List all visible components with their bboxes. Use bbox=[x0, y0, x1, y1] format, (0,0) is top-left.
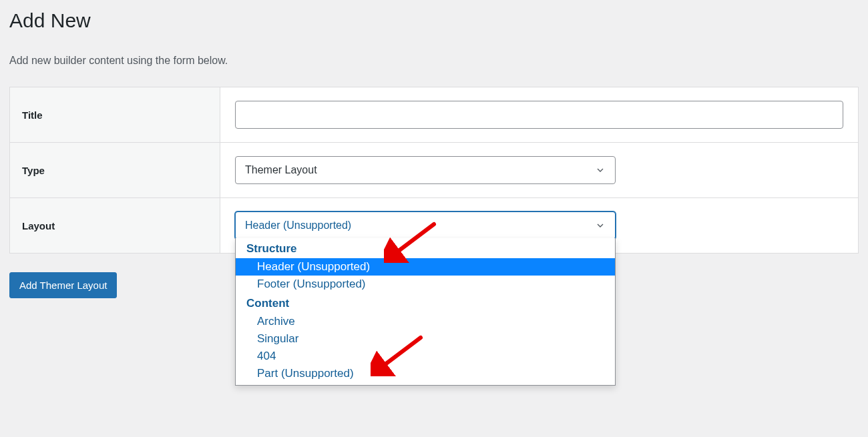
title-input[interactable] bbox=[235, 101, 843, 129]
chevron-down-icon bbox=[595, 220, 606, 231]
optgroup-structure: Structure bbox=[236, 238, 615, 258]
page-subtitle: Add new builder content using the form b… bbox=[9, 55, 859, 67]
option-singular[interactable]: Singular bbox=[236, 330, 615, 348]
form-table: Title Type Themer Layout Layout Header (… bbox=[9, 87, 859, 254]
label-type: Type bbox=[10, 143, 220, 197]
row-title: Title bbox=[10, 87, 858, 143]
layout-select-value: Header (Unsupported) bbox=[245, 220, 351, 232]
cell-title bbox=[220, 87, 858, 142]
cell-type: Themer Layout bbox=[220, 143, 858, 197]
cell-layout: Header (Unsupported) Structure Header (U… bbox=[220, 198, 858, 253]
type-select[interactable]: Themer Layout bbox=[235, 156, 616, 184]
option-header[interactable]: Header (Unsupported) bbox=[236, 258, 615, 276]
layout-select[interactable]: Header (Unsupported) bbox=[235, 211, 616, 240]
label-layout: Layout bbox=[10, 198, 220, 253]
option-404[interactable]: 404 bbox=[236, 348, 615, 365]
row-type: Type Themer Layout bbox=[10, 143, 858, 198]
option-archive[interactable]: Archive bbox=[236, 313, 615, 330]
row-layout: Layout Header (Unsupported) Structure He… bbox=[10, 198, 858, 253]
optgroup-content: Content bbox=[236, 293, 615, 313]
layout-dropdown: Structure Header (Unsupported) Footer (U… bbox=[235, 238, 616, 386]
option-part[interactable]: Part (Unsupported) bbox=[236, 365, 615, 382]
add-themer-layout-button[interactable]: Add Themer Layout bbox=[9, 272, 117, 298]
page-title: Add New bbox=[9, 9, 859, 32]
option-footer[interactable]: Footer (Unsupported) bbox=[236, 276, 615, 293]
chevron-down-icon bbox=[595, 165, 606, 175]
label-title: Title bbox=[10, 87, 220, 142]
type-select-value: Themer Layout bbox=[245, 164, 317, 176]
